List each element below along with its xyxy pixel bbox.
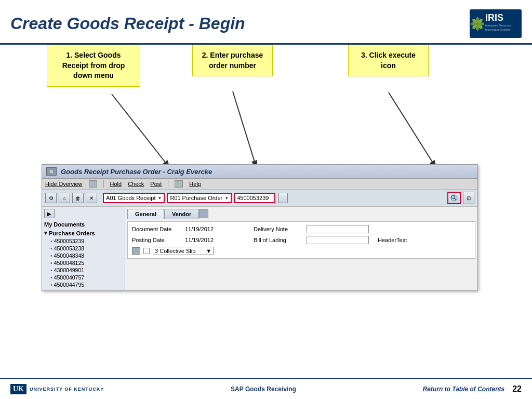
sap-menubar: Hide Overview Hold Check Post Help [42,179,477,190]
svg-line-14 [233,91,256,167]
return-to-toc-link[interactable]: Return to Table of Contents [423,385,505,393]
bill-lading-label: Bill of Lading [254,237,300,243]
small-field-btn[interactable] [278,193,288,203]
slip-dropdown-arrow-icon: ▼ [206,248,211,254]
callout-1: 1. Select Goods Receipt from drop down m… [47,45,140,87]
delivery-note-field[interactable] [307,225,369,233]
sidebar-item-4[interactable]: •4300049901 [44,267,123,274]
footer-right: Return to Table of Contents 22 [423,384,522,394]
sap-sidebar: ▶ My Documents ▾ Purchase Orders •450005… [42,207,125,290]
toolbar-btn-3[interactable]: 🗑 [72,193,84,203]
sap-toolbar: ⚙ ⌂ 🗑 ✕ A01 Goods Receipt ▼ R01 Purchase… [42,190,477,207]
slip-checkbox[interactable] [143,248,150,254]
sidebar-item-6[interactable]: •4500044795 [44,281,123,288]
help-menu[interactable]: Help [189,181,201,187]
page-title: Create Goods Receipt - Begin [10,14,245,33]
my-documents-title: My Documents [44,220,123,229]
uk-full-name: University of Kentucky [30,387,104,392]
hide-overview-menu[interactable]: Hide Overview [45,181,83,187]
dropdown2-arrow-icon: ▼ [224,196,229,201]
post-menu[interactable]: Post [150,181,162,187]
po-number-input[interactable]: 4500053239 [234,193,275,203]
purchase-orders-section: ▾ Purchase Orders [44,229,123,237]
svg-line-13 [112,94,169,167]
svg-text:IRIS: IRIS [485,12,503,23]
slip-dropdown[interactable]: 3 Collective Slip ▼ [153,247,214,255]
sidebar-item-3[interactable]: •4500048125 [44,259,123,267]
sap-body: ▶ My Documents ▾ Purchase Orders •450005… [42,207,477,290]
dropdown1-arrow-icon: ▼ [157,196,162,201]
iris-logo: IRIS Integrated Resource Information Sys… [470,9,522,38]
doc-date-value: 11/19/2012 [185,226,227,232]
page-header: Create Goods Receipt - Begin IRIS Integr… [0,0,532,45]
sap-form: Document Date 11/19/2012 Delivery Note P… [127,221,475,259]
doc-date-label: Document Date [132,226,179,232]
tab-vendor[interactable]: Vendor [164,209,199,219]
sidebar-collapse-btn[interactable]: ▶ [44,209,55,218]
tab-extra-icon [199,209,208,218]
purchase-order-dropdown[interactable]: R01 Purchase Order ▼ [167,193,232,203]
another-btn[interactable]: ⊡ [463,192,474,204]
sap-title-icon: ⊞ [46,167,57,176]
execute-button[interactable] [447,192,461,204]
section-collapse-icon: ▾ [44,230,47,236]
toolbar-btn-4[interactable]: ✕ [86,193,97,203]
toolbar-btn-1[interactable]: ⚙ [45,193,57,203]
slip-row: 3 Collective Slip ▼ [132,247,471,255]
svg-line-15 [389,92,435,167]
callout-3: 3. Click execute icon [348,45,429,76]
sap-title-text: Goods Receipt Purchase Order - Craig Eve… [61,168,212,176]
hold-menu[interactable]: Hold [110,181,122,187]
check-menu[interactable]: Check [128,181,144,187]
uk-logo: UK University of Kentucky [10,384,104,394]
uk-abbrev: UK [10,384,26,394]
menu-sep-2 [168,180,168,188]
svg-text:Information System: Information System [485,28,510,31]
posting-date-row: Posting Date 11/19/2012 Bill of Lading H… [132,236,471,244]
sap-main-area: General Vendor Document Date 11/19/2012 … [125,207,477,290]
callout-2: 2. Enter purchase order number [192,45,273,76]
sidebar-item-2[interactable]: •4500048348 [44,252,123,259]
footer-center-text: SAP Goods Receiving [231,385,296,393]
page-footer: UK University of Kentucky SAP Goods Rece… [0,378,532,399]
tab-general[interactable]: General [127,209,164,219]
posting-date-value: 11/19/2012 [185,237,227,243]
doc-date-row: Document Date 11/19/2012 Delivery Note [132,225,471,233]
sap-window: ⊞ Goods Receipt Purchase Order - Craig E… [42,164,478,291]
main-area: 1. Select Goods Receipt from drop down m… [16,45,516,273]
posting-date-label: Posting Date [132,237,179,243]
menu-doc-icon [89,180,97,188]
sidebar-item-0[interactable]: •4500053239 [44,237,123,245]
menu-sep-1 [103,180,104,188]
page-number: 22 [512,384,522,394]
sidebar-item-5[interactable]: •4500040757 [44,274,123,281]
sap-tabs: General Vendor [127,209,475,219]
toolbar-btn-2[interactable]: ⌂ [59,193,70,203]
svg-text:Integrated Resource: Integrated Resource [485,24,511,27]
header-text-label: HeaderText [378,237,424,243]
help-icon-small [175,180,183,188]
purchase-order-dropdown-value: R01 Purchase Order [170,195,222,201]
print-icon[interactable] [132,247,140,255]
goods-receipt-dropdown-value: A01 Goods Receipt [106,195,155,201]
sidebar-item-1[interactable]: •4500053238 [44,245,123,252]
bill-lading-field[interactable] [307,236,369,244]
delivery-note-label: Delivery Note [254,226,300,232]
sap-titlebar: ⊞ Goods Receipt Purchase Order - Craig E… [42,165,477,179]
goods-receipt-dropdown[interactable]: A01 Goods Receipt ▼ [103,193,165,203]
